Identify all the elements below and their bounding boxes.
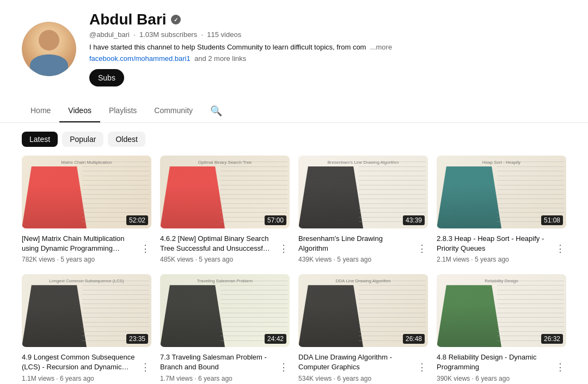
video-text-3: 2.8.3 Heap - Heap Sort - Heapify - Prior… — [437, 234, 550, 263]
thumbnail-3: Heap Sort - Heapify 51:08 — [437, 156, 566, 228]
thumbnail-2: Bresenham's Line Drawing Algorithm 43:39 — [298, 156, 428, 228]
nav-community[interactable]: Community — [145, 100, 201, 122]
verified-icon: ✓ — [171, 15, 181, 24]
description-text: I have started this channel to help Stud… — [89, 43, 366, 51]
video-meta-7: 390K views · 6 years ago — [437, 375, 550, 382]
duration-0: 52:02 — [126, 215, 148, 225]
video-title-0: [New] Matrix Chain Multiplication using … — [22, 234, 135, 253]
video-info-6: DDA Line Drawing Algorithm - Computer Gr… — [298, 347, 428, 384]
channel-nav: Home Videos Playlists Community 🔍 — [0, 100, 588, 123]
thumb-person-5 — [160, 285, 225, 347]
channel-description: I have started this channel to help Stud… — [89, 43, 566, 51]
video-card-4[interactable]: Longest Common Subsequence (LCS) 23:35 4… — [22, 274, 151, 384]
channel-link[interactable]: facebook.com/mohammed.bari1 — [89, 54, 191, 63]
thumbnail-0: Matrix Chain Multiplication 52:02 — [22, 156, 151, 228]
video-info-3: 2.8.3 Heap - Heap Sort - Heapify - Prior… — [437, 228, 566, 265]
channel-info: Abdul Bari ✓ @abdul_bari · 1.03M subscri… — [22, 11, 566, 95]
video-text-2: Bresenham's Line Drawing Algorithm 439K … — [298, 234, 412, 263]
video-text-4: 4.9 Longest Common Subsequence (LCS) - R… — [22, 352, 135, 382]
more-options-7[interactable]: ⋮ — [554, 352, 566, 382]
duration-6: 26:48 — [403, 334, 425, 344]
video-meta-2: 439K views · 5 years ago — [298, 256, 412, 263]
avatar — [22, 22, 76, 76]
video-title-3: 2.8.3 Heap - Heap Sort - Heapify - Prior… — [437, 234, 550, 253]
video-count: 115 videos — [207, 30, 241, 39]
video-card-2[interactable]: Bresenham's Line Drawing Algorithm 43:39… — [298, 156, 428, 265]
video-meta-3: 2.1M views · 5 years ago — [437, 256, 550, 263]
duration-3: 51:08 — [541, 215, 563, 225]
channel-name: Abdul Bari ✓ — [89, 11, 566, 28]
more-options-1[interactable]: ⋮ — [278, 234, 290, 263]
thumbnail-4: Longest Common Subsequence (LCS) 23:35 — [22, 274, 151, 347]
nav-videos[interactable]: Videos — [59, 100, 100, 122]
more-link[interactable]: ...more — [370, 43, 392, 51]
video-text-1: 4.6.2 [New] Optimal Binary Search Tree S… — [160, 234, 273, 263]
video-card-6[interactable]: DDA Line Drawing Algorithm 26:48 DDA Lin… — [298, 274, 428, 384]
duration-5: 24:42 — [265, 334, 286, 344]
thumbnail-6: DDA Line Drawing Algorithm 26:48 — [298, 274, 428, 347]
search-button[interactable]: 🔍 — [206, 101, 226, 121]
video-meta-1: 485K views · 5 years ago — [160, 256, 273, 263]
more-options-3[interactable]: ⋮ — [554, 234, 566, 263]
thumb-person-0 — [22, 166, 87, 228]
video-text-6: DDA Line Drawing Algorithm - Computer Gr… — [298, 352, 412, 382]
duration-4: 23:35 — [126, 334, 148, 344]
video-title-7: 4.8 Reliability Design - Dynamic Program… — [437, 352, 550, 372]
channel-name-text: Abdul Bari — [89, 11, 167, 28]
video-text-0: [New] Matrix Chain Multiplication using … — [22, 234, 135, 263]
more-options-6[interactable]: ⋮ — [416, 352, 428, 382]
video-title-2: Bresenham's Line Drawing Algorithm — [298, 234, 412, 253]
channel-links: facebook.com/mohammed.bari1 and 2 more l… — [89, 54, 566, 63]
video-meta-0: 782K views · 5 years ago — [22, 256, 135, 263]
thumb-person-3 — [437, 166, 501, 228]
video-text-7: 4.8 Reliability Design - Dynamic Program… — [437, 352, 550, 382]
filter-oldest[interactable]: Oldest — [108, 132, 145, 147]
more-options-4[interactable]: ⋮ — [139, 352, 151, 382]
channel-handle: @abdul_bari — [89, 30, 130, 39]
subscriber-count: 1.03M subscribers — [139, 30, 197, 39]
video-info-2: Bresenham's Line Drawing Algorithm 439K … — [298, 228, 428, 265]
nav-home[interactable]: Home — [22, 100, 59, 122]
subscribe-button[interactable]: Subs — [89, 69, 124, 86]
thumbnail-1: Optimal Binary Search Tree 57:00 — [160, 156, 290, 228]
video-title-4: 4.9 Longest Common Subsequence (LCS) - R… — [22, 352, 135, 372]
video-meta-4: 1.1M views · 6 years ago — [22, 375, 135, 382]
video-card-3[interactable]: Heap Sort - Heapify 51:08 2.8.3 Heap - H… — [437, 156, 566, 265]
duration-7: 26:32 — [541, 334, 563, 344]
nav-playlists[interactable]: Playlists — [100, 100, 145, 122]
more-links: and 2 more links — [194, 54, 246, 63]
videos-grid: Matrix Chain Multiplication 52:02 [New] … — [0, 156, 588, 384]
thumb-person-1 — [160, 166, 225, 228]
video-title-6: DDA Line Drawing Algorithm - Computer Gr… — [298, 352, 412, 372]
thumbnail-5: Traveling Salesman Problem 24:42 — [160, 274, 290, 347]
filter-bar: Latest Popular Oldest — [0, 123, 588, 156]
video-info-7: 4.8 Reliability Design - Dynamic Program… — [437, 347, 566, 384]
video-text-5: 7.3 Traveling Salesman Problem - Branch … — [160, 352, 273, 382]
filter-popular[interactable]: Popular — [62, 132, 103, 147]
more-options-2[interactable]: ⋮ — [416, 234, 428, 263]
video-info-5: 7.3 Traveling Salesman Problem - Branch … — [160, 347, 290, 384]
thumbnail-7: Reliability Design 26:32 — [437, 274, 566, 347]
video-meta-6: 534K views · 6 years ago — [298, 375, 412, 382]
duration-1: 57:00 — [265, 215, 286, 225]
video-card-7[interactable]: Reliability Design 26:32 4.8 Reliability… — [437, 274, 566, 384]
more-options-0[interactable]: ⋮ — [139, 234, 151, 263]
channel-details: Abdul Bari ✓ @abdul_bari · 1.03M subscri… — [89, 11, 566, 86]
video-card-1[interactable]: Optimal Binary Search Tree 57:00 4.6.2 [… — [160, 156, 290, 265]
video-meta-5: 1.7M views · 6 years ago — [160, 375, 273, 382]
channel-meta: @abdul_bari · 1.03M subscribers · 115 vi… — [89, 30, 566, 39]
thumb-person-7 — [437, 285, 501, 347]
channel-header: Abdul Bari ✓ @abdul_bari · 1.03M subscri… — [0, 0, 588, 95]
video-title-1: 4.6.2 [New] Optimal Binary Search Tree S… — [160, 234, 273, 253]
more-options-5[interactable]: ⋮ — [278, 352, 290, 382]
thumb-person-6 — [298, 285, 363, 347]
video-info-4: 4.9 Longest Common Subsequence (LCS) - R… — [22, 347, 151, 384]
video-info-0: [New] Matrix Chain Multiplication using … — [22, 228, 151, 265]
filter-latest[interactable]: Latest — [22, 132, 58, 147]
thumb-person-2 — [298, 166, 363, 228]
thumb-person-4 — [22, 285, 87, 347]
video-info-1: 4.6.2 [New] Optimal Binary Search Tree S… — [160, 228, 290, 265]
video-card-0[interactable]: Matrix Chain Multiplication 52:02 [New] … — [22, 156, 151, 265]
video-card-5[interactable]: Traveling Salesman Problem 24:42 7.3 Tra… — [160, 274, 290, 384]
video-title-5: 7.3 Traveling Salesman Problem - Branch … — [160, 352, 273, 372]
